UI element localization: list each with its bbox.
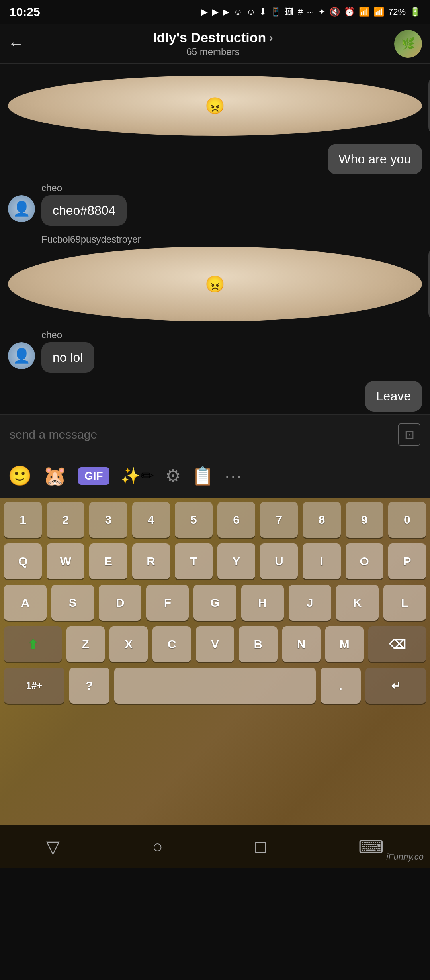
key-5[interactable]: 5	[175, 502, 213, 538]
key-c[interactable]: C	[152, 626, 191, 662]
emoji-icon: ☺	[233, 7, 242, 17]
key-1[interactable]: 1	[4, 502, 42, 538]
enter-key[interactable]: ↵	[366, 668, 426, 704]
hash-icon: #	[298, 7, 303, 17]
message-bubble: no lol	[41, 342, 94, 373]
key-n[interactable]: N	[282, 626, 321, 662]
sender-name: Fucboi69pusydestroyer	[41, 234, 422, 245]
youtube-icon: ▶	[201, 7, 208, 17]
clipboard-icon[interactable]: 📋	[192, 466, 214, 486]
emoji-smiley[interactable]: 🙂	[8, 465, 32, 487]
message-input-placeholder[interactable]: send a message	[10, 428, 398, 441]
question-key[interactable]: ?	[69, 668, 109, 704]
key-b[interactable]: B	[239, 626, 277, 662]
key-h[interactable]: H	[241, 585, 284, 621]
key-6[interactable]: 6	[217, 502, 255, 538]
message-bubble-sent: Leave	[365, 381, 422, 412]
phone-icon: 📱	[270, 7, 281, 17]
wifi-icon: 📶	[359, 7, 369, 17]
key-s[interactable]: S	[51, 585, 94, 621]
status-bar: 10:25 ▶ ▶ ▶ ☺ ☺ ⬇ 📱 🖼 # ··· ✦ 🔇 ⏰ 📶 📶 72…	[0, 0, 430, 24]
keyboard-nav-button[interactable]: ⌨	[358, 837, 384, 857]
key-v[interactable]: V	[196, 626, 234, 662]
space-key[interactable]	[114, 668, 316, 704]
settings-icon[interactable]: ⚙	[165, 466, 181, 486]
back-nav-button[interactable]: ▽	[46, 837, 60, 857]
emoji-bunny[interactable]: 🐹	[43, 465, 67, 487]
key-q[interactable]: Q	[4, 543, 42, 579]
key-z[interactable]: Z	[66, 626, 105, 662]
key-4[interactable]: 4	[132, 502, 170, 538]
sender-name: cheo	[41, 329, 422, 341]
qwerty-row: Q W E R T Y U I O P	[4, 543, 426, 579]
zxcv-row: ⬆ Z X C V B N M ⌫	[4, 626, 426, 662]
members-count: 65 members	[32, 46, 394, 57]
key-0[interactable]: 0	[388, 502, 426, 538]
key-7[interactable]: 7	[260, 502, 298, 538]
battery-icon: 🔋	[410, 7, 420, 17]
message-row: 😠 Are you female cheo?	[8, 247, 422, 321]
avatar: 👤	[8, 342, 35, 369]
emoji-toolbar: 🙂 🐹 GIF ✨✏ ⚙ 📋 ···	[0, 454, 430, 498]
image-attach-button[interactable]: ⊡	[398, 423, 420, 446]
key-3[interactable]: 3	[89, 502, 127, 538]
key-e[interactable]: E	[89, 543, 127, 579]
key-9[interactable]: 9	[346, 502, 383, 538]
key-r[interactable]: R	[132, 543, 170, 579]
key-i[interactable]: I	[303, 543, 340, 579]
status-icons: ▶ ▶ ▶ ☺ ☺ ⬇ 📱 🖼 # ··· ✦ 🔇 ⏰ 📶 📶 72% 🔋	[201, 7, 420, 17]
back-button[interactable]: ←	[8, 35, 24, 53]
key-a[interactable]: A	[4, 585, 47, 621]
key-p[interactable]: P	[388, 543, 426, 579]
battery-text: 72%	[388, 7, 406, 17]
key-w[interactable]: W	[47, 543, 84, 579]
key-d[interactable]: D	[99, 585, 141, 621]
ifunny-watermark: iFunny.co	[386, 852, 424, 862]
input-bar[interactable]: send a message ⊡	[0, 414, 430, 454]
download-icon: ⬇	[259, 7, 266, 17]
recent-nav-button[interactable]: □	[255, 837, 266, 857]
message-row: 😠 What's your discrod	[8, 76, 422, 136]
key-y[interactable]: Y	[217, 543, 255, 579]
status-time: 10:25	[10, 5, 40, 19]
keyboard-rows: 1 2 3 4 5 6 7 8 9 0 Q W E R T Y U I O P …	[0, 498, 430, 704]
backspace-key[interactable]: ⌫	[368, 626, 426, 662]
more-options-icon[interactable]: ···	[225, 467, 243, 485]
gif-button[interactable]: GIF	[78, 467, 109, 485]
key-t[interactable]: T	[175, 543, 213, 579]
key-j[interactable]: J	[289, 585, 331, 621]
home-nav-button[interactable]: ○	[152, 837, 163, 857]
chat-title[interactable]: Idly's Destruction ›	[32, 30, 394, 45]
key-f[interactable]: F	[146, 585, 189, 621]
bottom-row: 1#+ ? . ↵	[4, 668, 426, 704]
keyboard: 1 2 3 4 5 6 7 8 9 0 Q W E R T Y U I O P …	[0, 498, 430, 825]
num-symbol-key[interactable]: 1#+	[4, 668, 64, 704]
more-icon: ···	[307, 7, 314, 17]
key-m[interactable]: M	[325, 626, 364, 662]
avatar: 😠	[8, 247, 422, 321]
key-2[interactable]: 2	[47, 502, 84, 538]
chat-area: 😠 What's your discrod Who are you cheo 👤…	[0, 64, 430, 414]
message-row: 👤 no lol	[8, 342, 422, 373]
header-title-block: Idly's Destruction › 65 members	[32, 30, 394, 57]
magic-wand-icon[interactable]: ✨✏	[121, 466, 154, 485]
key-k[interactable]: K	[336, 585, 379, 621]
message-bubble: What's your discrod	[428, 76, 430, 136]
group-avatar[interactable]: 🌿	[394, 30, 422, 58]
asdf-row: A S D F G H J K L	[4, 585, 426, 621]
avatar: 👤	[8, 195, 35, 222]
key-g[interactable]: G	[194, 585, 236, 621]
delivered-status: delivered	[383, 414, 419, 414]
message-row: 👤 cheo#8804	[8, 195, 422, 226]
key-8[interactable]: 8	[303, 502, 340, 538]
key-o[interactable]: O	[346, 543, 383, 579]
alarm-icon: ⏰	[344, 7, 355, 17]
key-x[interactable]: X	[109, 626, 148, 662]
emoji-icon2: ☺	[246, 7, 255, 17]
message-bubble: cheo#8804	[41, 195, 127, 226]
shift-key[interactable]: ⬆	[4, 626, 62, 662]
period-key[interactable]: .	[321, 668, 361, 704]
key-l[interactable]: L	[383, 585, 426, 621]
title-text: Idly's Destruction	[153, 30, 266, 45]
key-u[interactable]: U	[260, 543, 298, 579]
